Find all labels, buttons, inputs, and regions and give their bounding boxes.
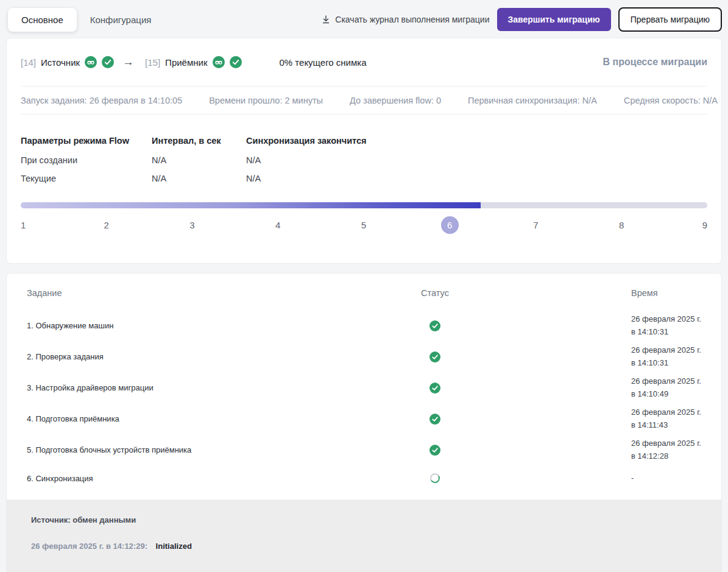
flow-header-sync-end: Синхронизация закончится xyxy=(246,136,707,146)
download-icon xyxy=(322,15,330,24)
download-log-label: Скачать журнал выполнения миграции xyxy=(335,15,489,24)
stats-strip: Запуск задания: 26 февраля в 14:10:05 Вр… xyxy=(21,86,707,115)
task-time: 26 февраля 2025 г. в 14:11:43 xyxy=(631,406,703,431)
progress-track xyxy=(21,202,707,208)
check-circle-icon xyxy=(429,320,440,331)
task-label: 1. Обнаружение машин xyxy=(27,321,392,330)
step-4: 4 xyxy=(269,220,286,230)
step-6-current: 6 xyxy=(441,216,459,234)
step-7: 7 xyxy=(528,220,545,230)
flow-row-on-create: При создании N/A N/A xyxy=(21,155,707,165)
flow-table-header: Параметры режима Flow Интервал, в сек Си… xyxy=(21,136,707,146)
task-label: 3. Настройка драйверов миграции xyxy=(27,383,392,392)
task-label: 6. Синхронизация xyxy=(27,474,392,483)
stat-avg-speed: Средняя скорость: N/A xyxy=(624,96,718,105)
top-bar: Основное Конфигурация Скачать журнал вып… xyxy=(0,0,728,33)
source-label: Источник xyxy=(41,57,80,68)
finish-migration-button[interactable]: Завершить миграцию xyxy=(497,8,611,31)
flow-row-label: При создании xyxy=(21,155,152,165)
migration-progress: 1 2 3 4 5 6 7 8 9 xyxy=(21,202,707,235)
stat-initial-sync: Первичная синхронизация: N/A xyxy=(468,96,597,105)
task-row-2: 2. Проверка задания 26 февраля 2025 г. в… xyxy=(27,341,703,372)
task-row-4: 4. Подготовка приёмника 26 февраля 2025 … xyxy=(27,403,703,434)
spinner-icon xyxy=(429,472,441,484)
step-8: 8 xyxy=(613,220,630,230)
flow-header-name: Параметры режима Flow xyxy=(21,136,152,146)
step-2: 2 xyxy=(98,220,115,230)
flow-params-table: Параметры режима Flow Интервал, в сек Си… xyxy=(21,136,707,183)
toolbar: Скачать журнал выполнения миграции Завер… xyxy=(322,7,722,32)
download-log-link[interactable]: Скачать журнал выполнения миграции xyxy=(322,15,489,24)
stat-flow-remaining: До завершения flow: 0 xyxy=(350,96,441,105)
log-entry-time: 26 февраля 2025 г. в 14:12:29: xyxy=(31,542,147,551)
step-9: 9 xyxy=(699,220,707,230)
source-agent-icon xyxy=(85,56,97,68)
target-label: Приёмник xyxy=(165,57,207,68)
step-5: 5 xyxy=(355,220,372,230)
flow-row-sync-end: N/A xyxy=(246,155,707,165)
task-time: 26 февраля 2025 г. в 14:10:31 xyxy=(631,344,703,369)
task-row-5: 5. Подготовка блочных устройств приёмник… xyxy=(27,434,703,465)
tasks-table-header: Задание Статус Время xyxy=(27,288,703,310)
step-3: 3 xyxy=(184,220,201,230)
task-label: 4. Подготовка приёмника xyxy=(27,414,392,423)
flow-header-interval: Интервал, в сек xyxy=(152,136,246,146)
snapshot-progress: 0% текущего снимка xyxy=(280,57,367,68)
task-row-3: 3. Настройка драйверов миграции 26 февра… xyxy=(27,372,703,403)
log-section: Источник: обмен данными 26 февраля 2025 … xyxy=(7,500,721,572)
task-row-6: 6. Синхронизация - xyxy=(27,465,703,491)
task-time: - xyxy=(631,472,703,484)
flow-row-label: Текущие xyxy=(21,174,152,183)
task-time: 26 февраля 2025 г. в 14:12:28 xyxy=(631,437,703,462)
flow-row-interval: N/A xyxy=(152,155,246,165)
source-check-icon xyxy=(102,56,114,68)
check-circle-icon xyxy=(429,383,440,394)
tab-config[interactable]: Конфигурация xyxy=(77,8,165,32)
tasks-card: Задание Статус Время 1. Обнаружение маши… xyxy=(6,273,722,572)
progress-steps: 1 2 3 4 5 6 7 8 9 xyxy=(21,214,707,235)
check-circle-icon xyxy=(429,351,440,362)
tab-main[interactable]: Основное xyxy=(8,8,77,32)
log-entry-message: Initialized xyxy=(156,542,192,551)
tasks-header-status: Статус xyxy=(392,288,478,298)
progress-fill xyxy=(21,202,481,208)
endpoints-row: [14] Источник → [15] Приёмник 0% текущег… xyxy=(21,38,707,86)
source-log-entry: 26 февраля 2025 г. в 14:12:29: Initializ… xyxy=(31,542,701,551)
task-time: 26 февраля 2025 г. в 14:10:31 xyxy=(631,313,703,337)
tasks-header-task: Задание xyxy=(27,288,392,298)
source-log-title: Источник: обмен данными xyxy=(31,515,701,524)
flow-row-sync-end: N/A xyxy=(246,174,707,183)
flow-row-current: Текущие N/A N/A xyxy=(21,174,707,183)
migration-status-badge: В процессе миграции xyxy=(603,57,707,68)
target-endpoint: [15] Приёмник xyxy=(145,56,241,68)
source-endpoint: [14] Источник xyxy=(21,56,114,68)
check-circle-icon xyxy=(429,414,440,425)
source-id: [14] xyxy=(21,57,36,68)
abort-migration-button[interactable]: Прервать миграцию xyxy=(618,7,722,32)
step-1: 1 xyxy=(21,220,29,230)
tasks-header-time: Время xyxy=(631,288,703,298)
migration-overview-card: [14] Источник → [15] Приёмник 0% текущег… xyxy=(6,38,722,264)
task-time: 26 февраля 2025 г. в 14:10:49 xyxy=(631,375,703,400)
check-circle-icon xyxy=(429,445,440,456)
task-label: 2. Проверка задания xyxy=(27,352,392,361)
target-agent-icon xyxy=(213,56,225,68)
target-check-icon xyxy=(230,56,242,68)
target-id: [15] xyxy=(145,57,160,68)
stat-start-time: Запуск задания: 26 февраля в 14:10:05 xyxy=(21,96,182,105)
stat-elapsed: Времени прошло: 2 минуты xyxy=(209,96,323,105)
arrow-right-icon: → xyxy=(122,55,134,69)
task-label: 5. Подготовка блочных устройств приёмник… xyxy=(27,445,392,454)
task-row-1: 1. Обнаружение машин 26 февраля 2025 г. … xyxy=(27,310,703,341)
flow-row-interval: N/A xyxy=(152,174,246,183)
